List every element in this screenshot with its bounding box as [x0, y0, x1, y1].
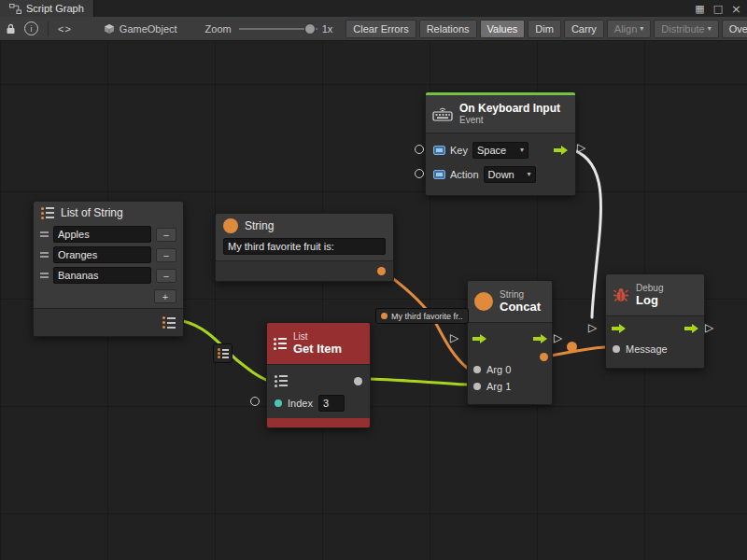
list-input-row	[267, 371, 370, 391]
list-item-row: Oranges −	[34, 245, 183, 265]
exit-port[interactable]	[684, 324, 698, 333]
tab-title: Script Graph	[26, 3, 84, 14]
index-label: Index	[288, 398, 313, 409]
list-item-input-2[interactable]: Bananas	[53, 267, 151, 284]
code-icon[interactable]: <>	[58, 23, 72, 35]
node-header: Debug Log	[606, 274, 704, 315]
maximize-icon[interactable]: □	[713, 4, 723, 14]
gameobject-selector[interactable]: GameObject	[104, 23, 177, 35]
list-output-row	[34, 308, 183, 336]
port-section: Index 3	[267, 364, 370, 419]
key-dropdown[interactable]: Space ▾	[472, 142, 529, 159]
remove-item-button-0[interactable]: −	[156, 228, 176, 242]
zoom-slider-thumb[interactable]	[304, 23, 316, 35]
relations-button[interactable]: Relations	[419, 20, 477, 38]
list-item-input-1[interactable]: Oranges	[53, 246, 151, 263]
item-output-port[interactable]	[354, 377, 362, 385]
zoom-label: Zoom	[205, 23, 232, 35]
index-row: Index 3	[267, 393, 370, 413]
add-item-button[interactable]: +	[154, 289, 176, 303]
string-dot-icon	[381, 313, 388, 319]
info-icon[interactable]: i	[24, 21, 38, 35]
list-item-row: Bananas −	[34, 265, 183, 286]
string-value-input[interactable]: My third favorite fruit is:	[223, 238, 386, 255]
exit-port[interactable]	[533, 334, 547, 343]
clear-errors-button[interactable]: Clear Errors	[345, 20, 416, 38]
list-icon	[274, 338, 287, 350]
string-output-port[interactable]	[377, 267, 386, 275]
action-label: Action	[450, 169, 479, 180]
port-section: Arg 0 Arg 1	[468, 322, 552, 404]
zoom-value: 1x	[322, 23, 333, 35]
zoom-slider[interactable]	[239, 22, 317, 35]
window-controls: ▦ □ ×	[695, 0, 741, 17]
flow-stub-log-out: ▷	[705, 322, 713, 333]
lock-icon[interactable]	[6, 23, 16, 35]
node-title: On Keyboard Input	[459, 102, 560, 115]
drag-handle-icon[interactable]	[40, 252, 49, 258]
node-header: String Concat	[468, 281, 552, 322]
keyboard-icon	[432, 106, 453, 121]
tab-script-graph[interactable]: Script Graph	[0, 0, 94, 17]
list-item-input-0[interactable]: Apples	[53, 226, 151, 243]
string-value-dot	[567, 342, 577, 352]
node-title: String	[245, 219, 274, 232]
bug-icon	[613, 287, 629, 303]
node-subtitle: Event	[459, 115, 560, 126]
enter-port[interactable]	[472, 334, 486, 343]
message-label: Message	[626, 343, 668, 355]
values-button[interactable]: Values	[480, 20, 526, 38]
trigger-output-port[interactable]	[554, 146, 568, 155]
action-input-port[interactable]	[415, 169, 424, 178]
node-list-of-string[interactable]: List of String Apples − Oranges − Banana…	[33, 201, 184, 337]
list-item-row: Apples −	[34, 224, 183, 245]
node-get-item[interactable]: List Get Item Index 3	[266, 322, 371, 428]
list-add-row: +	[34, 286, 183, 306]
drag-handle-icon[interactable]	[40, 273, 49, 278]
dim-button[interactable]: Dim	[528, 20, 561, 38]
graph-toolbar: i <> GameObject Zoom 1x Clear Errors Rel…	[0, 17, 747, 41]
list-value-badge	[213, 343, 233, 363]
string-value-preview: My third favorite fr...	[391, 312, 463, 321]
drag-handle-icon[interactable]	[40, 231, 49, 237]
arg0-label: Arg 0	[486, 364, 511, 375]
arg1-input-port[interactable]	[473, 383, 481, 390]
string-type-icon	[474, 292, 493, 311]
node-title: Concat	[500, 301, 541, 314]
index-input-port[interactable]	[250, 397, 260, 406]
overview-button[interactable]: Overview	[722, 20, 747, 38]
distribute-button[interactable]: Distribute▾	[654, 20, 718, 38]
node-string-literal[interactable]: String My third favorite fruit is:	[215, 213, 394, 282]
key-input-port[interactable]	[415, 145, 424, 154]
list-icon	[218, 348, 229, 358]
index-input[interactable]: 3	[318, 395, 345, 412]
remove-item-button-1[interactable]: −	[156, 248, 176, 262]
action-dropdown[interactable]: Down ▾	[484, 166, 536, 183]
message-input-port[interactable]	[613, 345, 620, 353]
index-port[interactable]	[275, 399, 282, 407]
layout-grid-icon[interactable]: ▦	[695, 4, 704, 14]
action-row: Action Down ▾	[426, 163, 575, 186]
flow-row	[468, 332, 552, 345]
flow-row	[606, 322, 704, 335]
list-output-port[interactable]	[162, 316, 176, 329]
close-icon[interactable]: ×	[731, 3, 741, 15]
node-title: Get Item	[293, 343, 342, 356]
list-input-port[interactable]	[275, 375, 288, 387]
node-header: On Keyboard Input Event	[426, 95, 575, 133]
carry-button[interactable]: Carry	[564, 20, 604, 38]
node-header: String	[216, 214, 393, 238]
result-output-port[interactable]	[540, 353, 548, 361]
script-graph-icon	[9, 4, 21, 14]
enter-port[interactable]	[612, 324, 626, 333]
flow-stub-concat-in: ▷	[450, 332, 458, 343]
node-concat[interactable]: String Concat Arg 0 Arg 1	[467, 280, 553, 405]
node-title: List of String	[61, 206, 123, 219]
unity-visual-scripting-window: Script Graph ▦ □ × i <> GameObject Zoom	[0, 0, 747, 560]
node-on-keyboard-input[interactable]: On Keyboard Input Event Key Space ▾	[425, 91, 576, 196]
key-label: Key	[450, 145, 468, 156]
node-log[interactable]: Debug Log Message	[605, 273, 705, 369]
align-button[interactable]: Align▾	[607, 20, 651, 38]
remove-item-button-2[interactable]: −	[156, 269, 176, 283]
arg0-input-port[interactable]	[473, 366, 481, 373]
